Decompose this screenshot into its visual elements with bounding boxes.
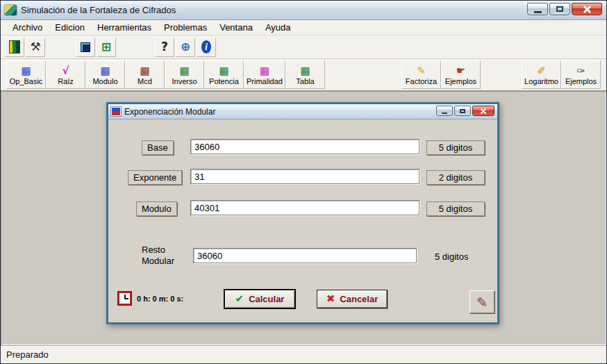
toolbar-button-primalidad[interactable]: ▦ Primalidad bbox=[244, 60, 285, 89]
toolbar-button-modulo[interactable]: ▦ Modulo bbox=[85, 60, 125, 89]
toolbar-main-group-2: ✎ Factoriza ☛ Ejemplos bbox=[401, 60, 481, 89]
toolbar-button-mcd[interactable]: ▦ Mcd bbox=[125, 60, 165, 89]
base-digits-badge: 5 digitos bbox=[426, 140, 485, 155]
close-button[interactable] bbox=[572, 3, 602, 15]
modulo-digits-badge: 5 digitos bbox=[426, 201, 485, 216]
inverso-icon: ▦ bbox=[179, 65, 189, 76]
titlebar: Simulación de la Fortaleza de Cifrados bbox=[1, 1, 606, 20]
app-window: Simulación de la Fortaleza de Cifrados A… bbox=[0, 0, 607, 364]
dialog-maximize-icon bbox=[460, 109, 465, 113]
info-button[interactable]: i bbox=[197, 38, 216, 57]
toolbar-button-raiz[interactable]: √ Raíz bbox=[46, 60, 85, 89]
logaritmo-icon: ✐ bbox=[537, 65, 546, 76]
dialog-body: Base 5 digitos Exponente 2 digitos Modul… bbox=[108, 119, 497, 322]
window-title: Simulación de la Fortaleza de Cifrados bbox=[21, 5, 176, 15]
dialog-exponenciacion-modular: Exponenciación Modular Base 5 digitos Ex… bbox=[106, 102, 499, 324]
dialog-window-controls bbox=[436, 106, 494, 116]
toolbar-main: ▦ Op_Basic √ Raíz ▦ Modulo ▦ Mcd ▦ Inver… bbox=[1, 59, 606, 91]
menubar: Archivo Edicion Herramientas Problemas V… bbox=[1, 20, 606, 35]
dialog-icon bbox=[111, 107, 121, 116]
resto-modular-input[interactable] bbox=[193, 248, 417, 263]
columns-button[interactable] bbox=[5, 38, 24, 57]
statusbar: Preparado bbox=[1, 345, 606, 363]
calculator-screen-icon bbox=[81, 42, 90, 52]
dialog-maximize-button[interactable] bbox=[454, 106, 471, 116]
toolbar-main-group-1: ▦ Op_Basic √ Raíz ▦ Modulo ▦ Mcd ▦ Inver… bbox=[6, 60, 325, 89]
dialog-close-icon bbox=[480, 108, 487, 115]
toolbar-button-factoriza[interactable]: ✎ Factoriza bbox=[401, 60, 441, 89]
tabla-icon: ▦ bbox=[300, 65, 310, 76]
columns-icon bbox=[10, 41, 19, 53]
cross-icon: ✖ bbox=[326, 294, 335, 304]
clock-icon bbox=[118, 292, 131, 305]
menu-ayuda[interactable]: Ayuda bbox=[259, 21, 297, 34]
tools-icon: ⚒ bbox=[30, 41, 40, 53]
minimize-icon bbox=[534, 11, 542, 13]
toolbar-button-ejemplos-factoriza[interactable]: ☛ Ejemplos bbox=[441, 60, 481, 89]
modulo-label: Modulo bbox=[136, 201, 177, 216]
toolbar-small-group-3: ? ⊕ i bbox=[155, 38, 216, 57]
mdi-client-area: Exponenciación Modular Base 5 digitos Ex… bbox=[1, 91, 606, 345]
exponente-input[interactable] bbox=[190, 169, 419, 184]
raiz-icon: √ bbox=[62, 65, 69, 76]
base-input[interactable] bbox=[190, 139, 419, 154]
dialog-close-button[interactable] bbox=[472, 106, 494, 116]
resto-modular-label: Resto Modular bbox=[142, 245, 185, 267]
menu-archivo[interactable]: Archivo bbox=[6, 21, 49, 34]
ejemplos-factoriza-icon: ☛ bbox=[456, 65, 465, 76]
dialog-title: Exponenciación Modular bbox=[124, 107, 215, 117]
toolbar-small-group-2: ⊞ bbox=[76, 38, 116, 57]
toolbar-main-group-3: ✐ Logaritmo ✑ Ejemplos bbox=[522, 60, 601, 89]
dialog-minimize-button[interactable] bbox=[436, 106, 453, 116]
menu-herramientas[interactable]: Herramientas bbox=[91, 21, 158, 34]
calcular-button[interactable]: ✔ Calcular bbox=[224, 290, 295, 308]
maximize-button[interactable] bbox=[549, 3, 570, 15]
toolbar-button-inverso[interactable]: ▦ Inverso bbox=[165, 60, 204, 89]
exponente-digits-badge: 2 digitos bbox=[426, 170, 485, 185]
pen-button[interactable]: ✎ bbox=[469, 290, 494, 313]
calculator-button[interactable] bbox=[76, 38, 95, 57]
cancelar-button-label: Cancelar bbox=[340, 294, 378, 304]
toolbar-button-logaritmo[interactable]: ✐ Logaritmo bbox=[522, 60, 561, 89]
minimize-button[interactable] bbox=[527, 3, 548, 15]
factoriza-icon: ✎ bbox=[417, 65, 426, 76]
help-icon: ? bbox=[161, 41, 168, 53]
menu-edicion[interactable]: Edicion bbox=[49, 21, 91, 34]
toolbar-button-tabla[interactable]: ▦ Tabla bbox=[285, 60, 325, 89]
modulo-input[interactable] bbox=[190, 200, 419, 215]
pen-icon: ✎ bbox=[476, 295, 488, 310]
app-icon bbox=[5, 5, 17, 15]
close-icon bbox=[583, 5, 592, 14]
modulo-icon: ▦ bbox=[100, 65, 110, 76]
resto-modular-digits-text: 5 digitos bbox=[435, 251, 468, 262]
exponente-label: Exponente bbox=[128, 170, 182, 185]
ejemplos-logaritmo-icon: ✑ bbox=[576, 65, 585, 76]
menu-ventana[interactable]: Ventana bbox=[213, 21, 259, 34]
maximize-icon bbox=[556, 6, 563, 12]
menu-problemas[interactable]: Problemas bbox=[158, 21, 213, 34]
mcd-icon: ▦ bbox=[140, 65, 149, 76]
info-icon: i bbox=[201, 40, 211, 53]
primalidad-icon: ▦ bbox=[260, 65, 269, 76]
toolbar-button-potencia[interactable]: ▦ Potencia bbox=[204, 60, 244, 89]
timer-text: 0 h: 0 m: 0 s: bbox=[137, 295, 183, 303]
toolbar-button-op-basic[interactable]: ▦ Op_Basic bbox=[6, 60, 46, 89]
help-button[interactable]: ? bbox=[155, 38, 174, 57]
op-basic-icon: ▦ bbox=[21, 65, 31, 76]
window-grid-icon: ⊞ bbox=[101, 41, 111, 53]
toolbar-button-ejemplos-logaritmo[interactable]: ✑ Ejemplos bbox=[561, 60, 601, 89]
dialog-minimize-icon bbox=[442, 113, 447, 114]
status-text: Preparado bbox=[6, 349, 49, 360]
globe-icon: ⊕ bbox=[181, 41, 190, 53]
window-controls bbox=[527, 3, 602, 15]
toolbar-small-group-1: ⚒ bbox=[5, 38, 45, 57]
cancelar-button[interactable]: ✖ Cancelar bbox=[317, 290, 388, 308]
tools-button[interactable]: ⚒ bbox=[26, 38, 45, 57]
window-grid-button[interactable]: ⊞ bbox=[97, 38, 116, 57]
calcular-button-label: Calcular bbox=[249, 294, 284, 304]
check-icon: ✔ bbox=[235, 294, 244, 304]
base-label: Base bbox=[142, 140, 174, 155]
dialog-titlebar[interactable]: Exponenciación Modular bbox=[108, 104, 497, 119]
potencia-icon: ▦ bbox=[219, 65, 228, 76]
globe-button[interactable]: ⊕ bbox=[176, 38, 195, 57]
